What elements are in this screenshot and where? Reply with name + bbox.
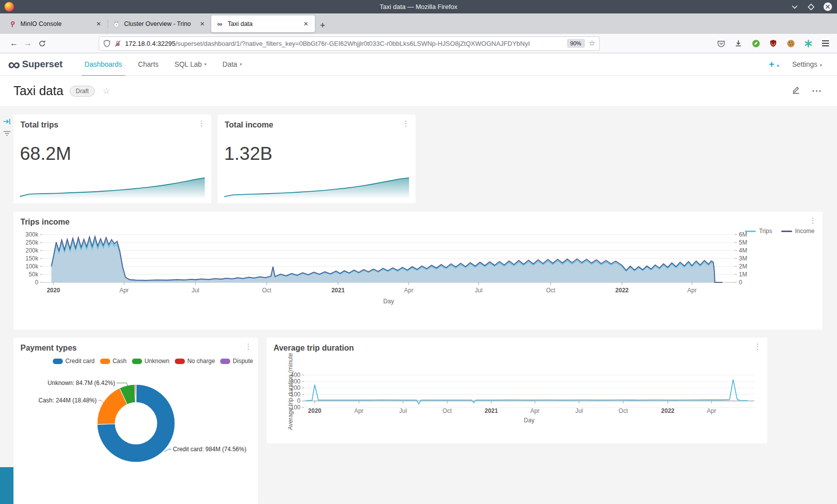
payment-types-donut-chart: Unknown: 84.7M (6.42%)Cash: 244M (18.48%… xyxy=(13,370,258,504)
new-tab-button[interactable]: + xyxy=(320,20,325,30)
avg-trip-duration-card: Average trip duration ⋮ Average trip dur… xyxy=(267,338,767,443)
tab-close-icon[interactable]: ✕ xyxy=(301,19,310,28)
zoom-level-badge[interactable]: 90% xyxy=(567,39,585,48)
y-tick-label-right: 1M xyxy=(739,271,747,278)
superset-infinity-icon: ∞ xyxy=(216,20,224,28)
chart-title: Total trips xyxy=(20,121,58,129)
url-bar[interactable]: 172.18.0.4:32295/superset/dashboard/1/?n… xyxy=(99,36,600,51)
duration-series-line xyxy=(306,379,748,404)
window-minimize-button[interactable] xyxy=(791,3,799,11)
tab-close-icon[interactable]: ✕ xyxy=(198,19,207,28)
y-tick-label-right: 6M xyxy=(739,231,747,238)
x-tick-label: 2022 xyxy=(615,287,629,294)
expand-filter-bar-icon[interactable] xyxy=(2,117,11,126)
dashboard-content: Total trips ⋮ 68.2M Total income ⋮ 1.32B… xyxy=(0,106,837,504)
chart-kebab-menu[interactable]: ⋮ xyxy=(809,217,817,225)
back-button[interactable]: ← xyxy=(7,39,21,48)
pocket-icon[interactable] xyxy=(716,39,725,48)
filter-bar-strip[interactable] xyxy=(0,467,13,504)
tab-title: MinIO Console xyxy=(20,20,94,27)
x-tick-label: Apr xyxy=(687,287,697,294)
big-number-value: 1.32B xyxy=(224,143,273,164)
superset-brand-name: Superset xyxy=(22,59,62,70)
forward-button[interactable]: → xyxy=(21,39,35,48)
filter-funnel-icon[interactable] xyxy=(2,129,11,138)
draft-status-badge: Draft xyxy=(70,86,95,97)
y-tick-label-right: 0 xyxy=(739,279,742,286)
chart-kebab-menu[interactable]: ⋮ xyxy=(198,120,205,128)
y-tick-label: 100 xyxy=(290,391,300,398)
chart-kebab-menu[interactable]: ⋮ xyxy=(402,120,410,128)
dashboard-header: Taxi data Draft ☆ ··· xyxy=(0,76,837,106)
x-axis-name: Day xyxy=(383,298,394,305)
asterisk-extension-icon[interactable] xyxy=(804,39,813,48)
menu-hamburger-icon[interactable] xyxy=(821,39,830,48)
trend-sparkline xyxy=(224,175,410,199)
tab-taxi-data[interactable]: ∞ Taxi data ✕ xyxy=(211,15,315,32)
total-income-card: Total income ⋮ 1.32B xyxy=(218,115,416,203)
settings-menu[interactable]: Settings▾ xyxy=(792,60,822,68)
y-tick-label: 300 xyxy=(290,378,300,385)
x-tick-label: Apr xyxy=(530,407,540,414)
reload-button[interactable] xyxy=(35,40,49,47)
tab-close-icon[interactable]: ✕ xyxy=(94,19,103,28)
superset-brand[interactable]: ∞ Superset xyxy=(8,59,63,70)
nav-item-dashboards[interactable]: Dashboards xyxy=(77,53,131,76)
y-tick-label: 200 xyxy=(290,384,300,391)
trips-income-chart: TripsIncome300k6M250k5M200k4M150k3M100k2… xyxy=(13,228,823,330)
url-host: 172.18.0.4:32295 xyxy=(125,40,175,47)
insecure-lock-icon[interactable] xyxy=(114,40,122,47)
privacy-extension-icon[interactable] xyxy=(751,39,760,48)
browser-toolbar: ← → 172.18.0.4:32295/superset/dashboard/… xyxy=(0,34,837,53)
nav-item-charts[interactable]: Charts xyxy=(130,53,166,76)
trino-bunny-icon xyxy=(112,20,120,28)
x-axis-name: Day xyxy=(524,417,534,424)
ublock-shield-icon[interactable] xyxy=(769,39,778,48)
y-tick-label-right: 4M xyxy=(739,247,747,254)
cookie-extension-icon[interactable] xyxy=(786,39,795,48)
legend-item-unknown[interactable]: Unknown xyxy=(132,358,169,365)
chart-kebab-menu[interactable]: ⋮ xyxy=(754,343,761,351)
edit-pencil-icon[interactable] xyxy=(792,86,800,96)
y-tick-label-left: 100k xyxy=(25,263,39,270)
x-tick-label: Apr xyxy=(707,407,716,414)
legend-item-credit-card[interactable]: Credit card xyxy=(53,358,95,365)
downloads-icon[interactable] xyxy=(734,39,743,48)
legend-item-dispute[interactable]: Dispute xyxy=(220,358,253,365)
legend-item-no-charge[interactable]: No charge xyxy=(175,358,215,365)
nav-item-data[interactable]: Data▾ xyxy=(215,53,250,76)
y-tick-label-left: 50k xyxy=(29,271,39,278)
chart-kebab-menu[interactable]: ⋮ xyxy=(245,343,252,351)
dashboard-menu-ellipsis[interactable]: ··· xyxy=(812,86,822,96)
y-tick-label: 400 xyxy=(290,372,300,378)
x-tick-label: 2021 xyxy=(485,407,498,414)
x-tick-label: 2020 xyxy=(308,407,321,414)
superset-navbar: ∞ Superset DashboardsChartsSQL Lab▾Data▾… xyxy=(0,53,837,76)
y-tick-label-left: 200k xyxy=(25,247,39,254)
tab-title: Taxi data xyxy=(228,20,301,27)
bookmark-star-icon[interactable]: ☆ xyxy=(589,39,595,48)
y-axis-name-left: Trips xyxy=(34,228,47,228)
window-close-button[interactable] xyxy=(824,2,832,11)
new-item-plus-button[interactable]: +▾ xyxy=(769,59,779,70)
payment-types-card: Payment types ⋮ Credit cardCashUnknownNo… xyxy=(13,338,258,504)
favorite-star-icon[interactable]: ☆ xyxy=(103,86,110,96)
chart-title: Total income xyxy=(225,121,274,129)
window-maximize-button[interactable] xyxy=(807,3,815,11)
x-tick-label: Jul xyxy=(475,287,482,294)
donut-callout-unknown: Unknown: 84.7M (6.42%) xyxy=(48,379,115,386)
x-tick-label: Oct xyxy=(442,407,452,414)
chart-legend[interactable]: Credit cardCashUnknownNo chargeDispute xyxy=(13,358,253,365)
y-tick-label-right: 5M xyxy=(739,239,747,246)
nav-item-sql-lab[interactable]: SQL Lab▾ xyxy=(166,53,214,76)
x-tick-label: Apr xyxy=(120,287,129,294)
x-tick-label: Oct xyxy=(262,287,272,294)
legend-item-cash[interactable]: Cash xyxy=(100,358,127,365)
url-text[interactable]: 172.18.0.4:32295/superset/dashboard/1/?n… xyxy=(125,40,563,47)
big-number-value: 68.2M xyxy=(20,143,71,164)
tab-minio-console[interactable]: MinIO Console ✕ xyxy=(4,15,108,32)
superset-logo-icon: ∞ xyxy=(8,59,19,69)
shield-icon[interactable] xyxy=(103,40,111,47)
chart-title: Payment types xyxy=(20,344,77,353)
tab-trino-cluster[interactable]: Cluster Overview - Trino ✕ xyxy=(108,15,211,32)
